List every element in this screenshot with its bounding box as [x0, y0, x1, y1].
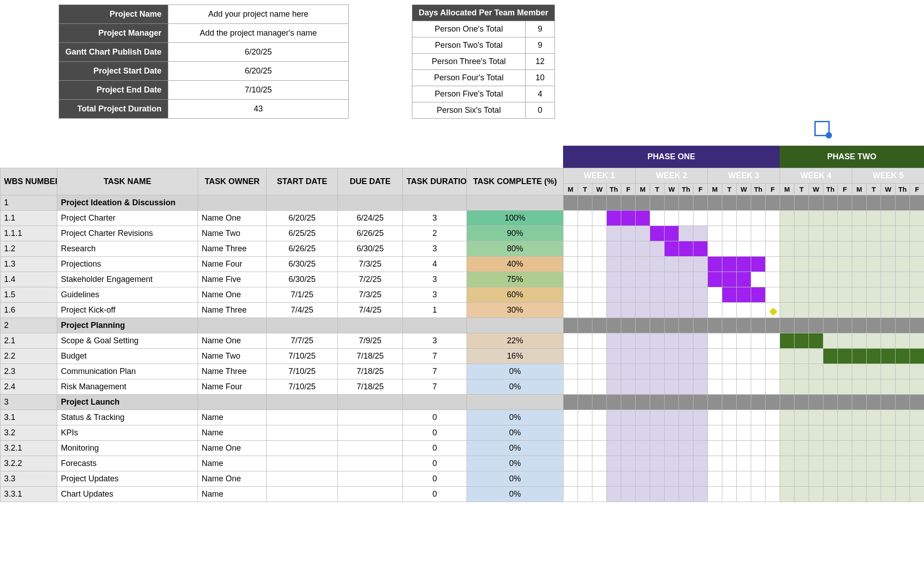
- cell-pct[interactable]: 75%: [467, 272, 564, 287]
- gantt-cell[interactable]: [665, 318, 679, 333]
- gantt-cell[interactable]: [766, 241, 780, 257]
- gantt-cell[interactable]: [607, 410, 621, 425]
- gantt-cell[interactable]: [578, 211, 592, 226]
- gantt-cell[interactable]: [910, 425, 924, 441]
- gantt-cell[interactable]: [693, 333, 708, 349]
- gantt-cell[interactable]: [896, 471, 910, 487]
- cell-pct[interactable]: 16%: [467, 349, 564, 364]
- gantt-cell[interactable]: [621, 471, 636, 487]
- gantt-cell[interactable]: [650, 287, 665, 303]
- cell-task[interactable]: Budget: [57, 349, 198, 364]
- gantt-cell[interactable]: [823, 425, 838, 441]
- gantt-cell[interactable]: [665, 441, 679, 456]
- gantt-cell[interactable]: [578, 425, 592, 441]
- gantt-cell[interactable]: [665, 303, 679, 318]
- gantt-cell[interactable]: [592, 395, 607, 410]
- col-duration[interactable]: TASK DURATION: [403, 168, 467, 195]
- gantt-cell[interactable]: [867, 395, 881, 410]
- gantt-cell[interactable]: [780, 226, 795, 241]
- gantt-cell[interactable]: [823, 333, 838, 349]
- day-header[interactable]: Th: [823, 184, 838, 195]
- section-blank[interactable]: [467, 395, 564, 410]
- gantt-cell[interactable]: [722, 456, 737, 471]
- gantt-cell[interactable]: [607, 318, 621, 333]
- gantt-cell[interactable]: [867, 257, 881, 272]
- gantt-cell[interactable]: [722, 272, 737, 287]
- cell-owner[interactable]: Name One: [198, 333, 267, 349]
- gantt-cell[interactable]: [636, 195, 650, 211]
- cell-start[interactable]: 6/26/25: [267, 241, 338, 257]
- gantt-cell[interactable]: [679, 226, 693, 241]
- gantt-cell[interactable]: [766, 379, 780, 395]
- gantt-cell[interactable]: [910, 395, 924, 410]
- gantt-cell[interactable]: [852, 226, 867, 241]
- cell-start[interactable]: [267, 487, 338, 502]
- cell-task[interactable]: KPIs: [57, 425, 198, 441]
- cell-wbs[interactable]: 2.2: [0, 349, 57, 364]
- gantt-cell[interactable]: [766, 456, 780, 471]
- day-header[interactable]: T: [650, 184, 665, 195]
- gantt-cell[interactable]: [881, 364, 896, 379]
- gantt-cell[interactable]: [867, 487, 881, 502]
- gantt-cell[interactable]: [766, 471, 780, 487]
- gantt-cell[interactable]: [693, 272, 708, 287]
- day-header[interactable]: M: [564, 184, 578, 195]
- gantt-cell[interactable]: [881, 395, 896, 410]
- gantt-cell[interactable]: [665, 410, 679, 425]
- gantt-cell[interactable]: [665, 349, 679, 364]
- cell-start[interactable]: 6/30/25: [267, 257, 338, 272]
- gantt-cell[interactable]: [708, 303, 722, 318]
- cell-task[interactable]: Project Charter: [57, 211, 198, 226]
- gantt-cell[interactable]: [708, 211, 722, 226]
- gantt-cell[interactable]: [665, 211, 679, 226]
- gantt-cell[interactable]: [881, 195, 896, 211]
- gantt-cell[interactable]: [823, 456, 838, 471]
- gantt-cell[interactable]: [607, 287, 621, 303]
- gantt-cell[interactable]: [592, 471, 607, 487]
- gantt-cell[interactable]: [838, 257, 852, 272]
- gantt-cell[interactable]: [607, 471, 621, 487]
- gantt-cell[interactable]: [607, 441, 621, 456]
- gantt-cell[interactable]: [607, 303, 621, 318]
- gantt-cell[interactable]: [751, 241, 766, 257]
- cell-wbs[interactable]: 3.2: [0, 425, 57, 441]
- gantt-cell[interactable]: [578, 241, 592, 257]
- gantt-cell[interactable]: [679, 395, 693, 410]
- gantt-cell[interactable]: [751, 349, 766, 364]
- gantt-cell[interactable]: [636, 211, 650, 226]
- gantt-cell[interactable]: [592, 257, 607, 272]
- gantt-cell[interactable]: [722, 395, 737, 410]
- gantt-cell[interactable]: [722, 211, 737, 226]
- gantt-cell[interactable]: [910, 318, 924, 333]
- gantt-cell[interactable]: [708, 379, 722, 395]
- gantt-cell[interactable]: [636, 410, 650, 425]
- cell-dur[interactable]: 0: [403, 441, 467, 456]
- gantt-cell[interactable]: [693, 318, 708, 333]
- gantt-cell[interactable]: [564, 410, 578, 425]
- cell-task[interactable]: Projections: [57, 257, 198, 272]
- gantt-cell[interactable]: [578, 226, 592, 241]
- gantt-cell[interactable]: [708, 226, 722, 241]
- cell-due[interactable]: [338, 410, 403, 425]
- gantt-cell[interactable]: [737, 471, 751, 487]
- gantt-cell[interactable]: [592, 303, 607, 318]
- gantt-cell[interactable]: [910, 241, 924, 257]
- cell-wbs[interactable]: 1.1: [0, 211, 57, 226]
- gantt-cell[interactable]: [722, 349, 737, 364]
- gantt-cell[interactable]: [607, 272, 621, 287]
- day-header[interactable]: W: [809, 184, 823, 195]
- cell-start[interactable]: 7/10/25: [267, 364, 338, 379]
- gantt-cell[interactable]: [896, 241, 910, 257]
- gantt-cell[interactable]: [722, 303, 737, 318]
- gantt-cell[interactable]: [751, 303, 766, 318]
- gantt-cell[interactable]: [650, 364, 665, 379]
- gantt-cell[interactable]: [838, 226, 852, 241]
- cell-due[interactable]: 7/3/25: [338, 287, 403, 303]
- cell-owner[interactable]: Name Three: [198, 241, 267, 257]
- cell-pct[interactable]: 40%: [467, 257, 564, 272]
- gantt-cell[interactable]: [809, 410, 823, 425]
- cell-due[interactable]: 6/30/25: [338, 241, 403, 257]
- cell-dur[interactable]: 7: [403, 379, 467, 395]
- gantt-cell[interactable]: [852, 441, 867, 456]
- gantt-cell[interactable]: [708, 257, 722, 272]
